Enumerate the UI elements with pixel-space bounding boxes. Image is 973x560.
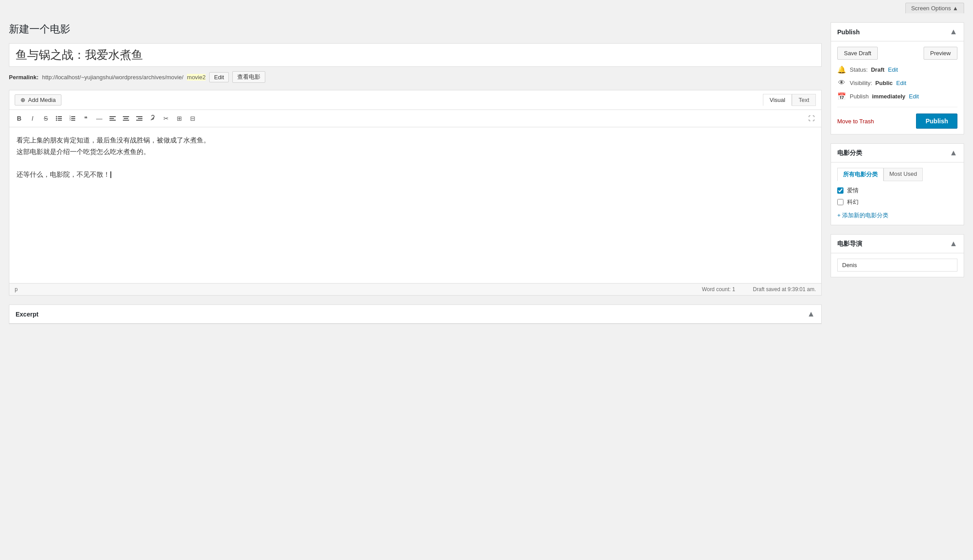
publish-time-text: Publish immediately <box>850 93 905 100</box>
editor-view-tabs: Visual Text <box>763 94 816 106</box>
publish-time-icon: 📅 <box>837 92 846 101</box>
link-button[interactable] <box>146 113 159 124</box>
director-panel-toggle-icon: ▲ <box>949 239 957 248</box>
excerpt-meta-box: Excerpt ▲ <box>9 304 822 324</box>
excerpt-toggle-icon: ▲ <box>807 309 815 319</box>
svg-rect-8 <box>71 120 75 121</box>
director-panel-title: 电影导演 <box>837 240 862 248</box>
category-tabs: 所有电影分类 Most Used <box>837 168 957 181</box>
insert-button[interactable]: ⊞ <box>173 113 186 124</box>
publish-panel-toggle-icon: ▲ <box>949 27 957 37</box>
post-title-input[interactable] <box>9 43 822 67</box>
tab-visual[interactable]: Visual <box>763 94 792 106</box>
publish-time-row: 📅 Publish immediately Edit <box>837 92 957 101</box>
status-text: Status: Draft <box>850 66 884 73</box>
svg-text:3: 3 <box>69 118 71 121</box>
category-panel-header[interactable]: 电影分类 ▲ <box>831 144 964 162</box>
publish-bottom: Move to Trash Publish <box>837 114 957 129</box>
ordered-list-button[interactable]: 123 <box>66 113 79 124</box>
fullscreen-button[interactable]: ⛶ <box>805 113 818 124</box>
list-item: 爱情 <box>837 187 957 195</box>
excerpt-header[interactable]: Excerpt ▲ <box>9 305 821 324</box>
publish-panel-header[interactable]: Publish ▲ <box>831 23 964 41</box>
align-right-button[interactable] <box>133 113 146 124</box>
svg-rect-12 <box>109 116 116 117</box>
preview-button[interactable]: Preview <box>924 47 957 60</box>
visibility-row: 👁 Visibility: Public Edit <box>837 78 957 87</box>
tag-indicator: p <box>15 286 18 292</box>
move-to-trash-button[interactable]: Move to Trash <box>837 118 874 125</box>
visibility-text: Visibility: Public <box>850 80 893 86</box>
permalink-label: Permalink: <box>9 74 38 81</box>
svg-rect-1 <box>58 118 62 119</box>
editor-content[interactable]: 看完上集的朋友肯定知道，最后鱼没有战胜锅，被做成了水煮鱼。 这部电影就是介绍一个… <box>9 127 821 283</box>
category-tab-most-used[interactable]: Most Used <box>884 168 923 181</box>
director-input[interactable] <box>837 259 957 272</box>
unordered-list-button[interactable] <box>53 113 65 124</box>
strikethrough-button[interactable]: S <box>40 113 52 124</box>
category-panel-toggle-icon: ▲ <box>949 148 957 158</box>
italic-button[interactable]: I <box>26 113 39 124</box>
screen-options-bar: Screen Options ▲ <box>0 0 973 13</box>
publish-time-value: immediately <box>872 93 905 100</box>
word-count: Word count: 1 <box>702 286 735 292</box>
publish-panel-title: Publish <box>837 28 860 36</box>
excerpt-title: Excerpt <box>16 311 38 318</box>
publish-time-edit-link[interactable]: Edit <box>909 93 919 100</box>
category-label-romance: 爱情 <box>847 187 859 195</box>
format-toolbar: B I S 123 ❝ — <box>9 110 821 127</box>
draft-saved: Draft saved at 9:39:01 am. <box>753 286 816 292</box>
add-category-link[interactable]: + 添加新的电影分类 <box>837 211 957 219</box>
align-left-button[interactable] <box>106 113 119 124</box>
status-value: Draft <box>871 66 884 73</box>
category-checkbox-scifi[interactable] <box>837 199 843 205</box>
visibility-icon: 👁 <box>837 78 846 87</box>
save-draft-button[interactable]: Save Draft <box>837 47 878 60</box>
permalink-row: Permalink: http://localhost/~yujiangshui… <box>9 71 822 83</box>
svg-rect-0 <box>58 116 62 117</box>
category-tab-all[interactable]: 所有电影分类 <box>837 168 884 181</box>
visibility-edit-link[interactable]: Edit <box>896 80 906 86</box>
bold-button[interactable]: B <box>13 113 25 124</box>
editor-status-row: Word count: 1 Draft saved at 9:39:01 am. <box>702 286 816 292</box>
table-button[interactable]: ⊟ <box>186 113 199 124</box>
horizontal-rule-button[interactable]: — <box>93 113 105 124</box>
main-content: 新建一个电影 Permalink: http://localhost/~yuji… <box>0 13 973 560</box>
svg-rect-6 <box>71 116 75 117</box>
svg-point-5 <box>56 120 57 121</box>
add-media-button[interactable]: ⊕ Add Media <box>15 94 61 106</box>
unlink-button[interactable]: ✂ <box>160 113 172 124</box>
text-cursor <box>110 171 111 178</box>
add-media-icon: ⊕ <box>20 97 25 103</box>
publish-meta: 🔔 Status: Draft Edit 👁 Visibility: <box>837 65 957 107</box>
tab-text[interactable]: Text <box>792 94 816 106</box>
svg-point-3 <box>56 116 57 118</box>
screen-options-button[interactable]: Screen Options ▲ <box>905 3 964 13</box>
category-checkbox-romance[interactable] <box>837 187 843 194</box>
visibility-value: Public <box>876 80 893 86</box>
permalink-edit-button[interactable]: Edit <box>209 72 229 82</box>
svg-rect-17 <box>123 120 129 121</box>
align-center-button[interactable] <box>120 113 132 124</box>
svg-rect-18 <box>136 116 142 117</box>
director-panel-body <box>831 253 964 277</box>
add-media-label: Add Media <box>28 97 56 103</box>
status-edit-link[interactable]: Edit <box>888 66 898 73</box>
page-title: 新建一个电影 <box>9 22 822 36</box>
content-paragraph-4: 还等什么，电影院，不见不散！ <box>16 169 814 180</box>
content-paragraph-1: 看完上集的朋友肯定知道，最后鱼没有战胜锅，被做成了水煮鱼。 <box>16 134 814 146</box>
svg-rect-19 <box>138 118 142 119</box>
publish-button[interactable]: Publish <box>916 114 957 129</box>
category-panel-title: 电影分类 <box>837 149 862 157</box>
category-label-scifi: 科幻 <box>847 198 859 206</box>
director-panel-header[interactable]: 电影导演 ▲ <box>831 235 964 253</box>
publish-actions: Save Draft Preview <box>837 47 957 60</box>
permalink-view-button[interactable]: 查看电影 <box>232 71 265 83</box>
category-panel: 电影分类 ▲ 所有电影分类 Most Used 爱情 <box>831 143 964 225</box>
editor-top-toolbar: ⊕ Add Media Visual Text <box>9 90 821 110</box>
svg-point-4 <box>56 118 57 119</box>
right-column: Publish ▲ Save Draft Preview 🔔 <box>831 22 964 551</box>
content-paragraph-2: 这部电影就是介绍一个吃货怎么吃水煮鱼的。 <box>16 146 814 158</box>
permalink-slug: movie2 <box>187 74 206 81</box>
blockquote-button[interactable]: ❝ <box>80 113 92 124</box>
